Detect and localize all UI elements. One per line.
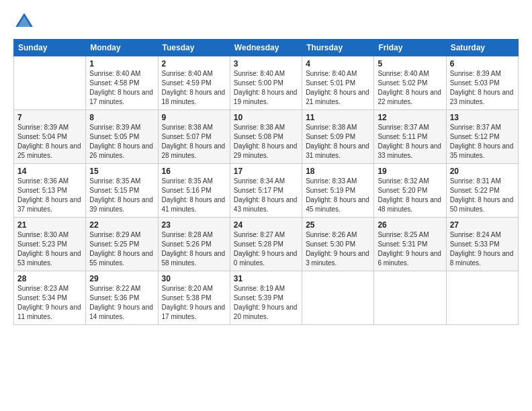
- calendar-cell: 20Sunrise: 8:31 AMSunset: 5:22 PMDayligh…: [446, 164, 518, 218]
- day-number: 19: [378, 167, 442, 176]
- calendar-cell: [14, 56, 86, 110]
- day-number: 16: [162, 167, 226, 176]
- calendar-cell: 23Sunrise: 8:28 AMSunset: 5:26 PMDayligh…: [158, 218, 230, 271]
- cell-info: Sunrise: 8:36 AMSunset: 5:13 PMDaylight:…: [17, 177, 82, 214]
- day-number: 7: [17, 113, 82, 122]
- calendar-cell: 24Sunrise: 8:27 AMSunset: 5:28 PMDayligh…: [230, 218, 302, 271]
- calendar-cell: 17Sunrise: 8:34 AMSunset: 5:17 PMDayligh…: [230, 164, 302, 218]
- calendar-cell: 2Sunrise: 8:40 AMSunset: 4:59 PMDaylight…: [158, 56, 230, 110]
- calendar-cell: [374, 271, 446, 325]
- weekday-header-friday: Friday: [374, 40, 446, 56]
- calendar-cell: 25Sunrise: 8:26 AMSunset: 5:30 PMDayligh…: [302, 218, 374, 271]
- day-number: 4: [306, 59, 370, 68]
- cell-info: Sunrise: 8:40 AMSunset: 5:00 PMDaylight:…: [234, 69, 298, 107]
- cell-info: Sunrise: 8:29 AMSunset: 5:25 PMDaylight:…: [89, 230, 154, 268]
- day-number: 2: [162, 59, 226, 68]
- weekday-header-sunday: Sunday: [14, 40, 86, 56]
- day-number: 20: [450, 167, 515, 176]
- cell-info: Sunrise: 8:33 AMSunset: 5:19 PMDaylight:…: [306, 177, 370, 214]
- cell-info: Sunrise: 8:40 AMSunset: 5:02 PMDaylight:…: [378, 69, 442, 107]
- day-number: 8: [89, 113, 154, 122]
- day-number: 14: [17, 167, 82, 176]
- day-number: 26: [378, 220, 442, 230]
- day-number: 1: [89, 59, 154, 68]
- calendar-cell: 9Sunrise: 8:38 AMSunset: 5:07 PMDaylight…: [158, 110, 230, 164]
- cell-info: Sunrise: 8:26 AMSunset: 5:30 PMDaylight:…: [306, 230, 370, 268]
- calendar-cell: 6Sunrise: 8:39 AMSunset: 5:03 PMDaylight…: [446, 56, 518, 110]
- cell-info: Sunrise: 8:35 AMSunset: 5:16 PMDaylight:…: [162, 177, 226, 214]
- cell-info: Sunrise: 8:35 AMSunset: 5:15 PMDaylight:…: [89, 177, 154, 214]
- calendar-cell: 10Sunrise: 8:38 AMSunset: 5:08 PMDayligh…: [230, 110, 302, 164]
- calendar-cell: 3Sunrise: 8:40 AMSunset: 5:00 PMDaylight…: [230, 56, 302, 110]
- calendar-cell: 18Sunrise: 8:33 AMSunset: 5:19 PMDayligh…: [302, 164, 374, 218]
- cell-info: Sunrise: 8:23 AMSunset: 5:34 PMDaylight:…: [17, 284, 82, 322]
- cell-info: Sunrise: 8:27 AMSunset: 5:28 PMDaylight:…: [234, 230, 298, 268]
- day-number: 24: [234, 220, 298, 230]
- calendar-cell: 31Sunrise: 8:19 AMSunset: 5:39 PMDayligh…: [230, 271, 302, 325]
- cell-info: Sunrise: 8:40 AMSunset: 4:58 PMDaylight:…: [89, 69, 154, 107]
- cell-info: Sunrise: 8:28 AMSunset: 5:26 PMDaylight:…: [162, 230, 226, 268]
- day-number: 31: [234, 274, 298, 283]
- day-number: 23: [162, 220, 226, 230]
- header: [13, 11, 519, 32]
- calendar-cell: 15Sunrise: 8:35 AMSunset: 5:15 PMDayligh…: [86, 164, 158, 218]
- cell-info: Sunrise: 8:38 AMSunset: 5:08 PMDaylight:…: [234, 123, 298, 161]
- calendar-cell: 12Sunrise: 8:37 AMSunset: 5:11 PMDayligh…: [374, 110, 446, 164]
- cell-info: Sunrise: 8:30 AMSunset: 5:23 PMDaylight:…: [17, 230, 82, 268]
- day-number: 18: [306, 167, 370, 176]
- cell-info: Sunrise: 8:32 AMSunset: 5:20 PMDaylight:…: [378, 177, 442, 214]
- week-row-0: 1Sunrise: 8:40 AMSunset: 4:58 PMDaylight…: [14, 56, 519, 110]
- day-number: 9: [162, 113, 226, 122]
- cell-info: Sunrise: 8:24 AMSunset: 5:33 PMDaylight:…: [450, 230, 515, 268]
- day-number: 3: [234, 59, 298, 68]
- day-number: 22: [89, 220, 154, 230]
- cell-info: Sunrise: 8:19 AMSunset: 5:39 PMDaylight:…: [234, 284, 298, 322]
- cell-info: Sunrise: 8:40 AMSunset: 5:01 PMDaylight:…: [306, 69, 370, 107]
- day-number: 5: [378, 59, 442, 68]
- cell-info: Sunrise: 8:31 AMSunset: 5:22 PMDaylight:…: [450, 177, 515, 214]
- calendar-cell: 11Sunrise: 8:38 AMSunset: 5:09 PMDayligh…: [302, 110, 374, 164]
- weekday-header-saturday: Saturday: [446, 40, 518, 56]
- day-number: 12: [378, 113, 442, 122]
- weekday-header-row: SundayMondayTuesdayWednesdayThursdayFrid…: [14, 40, 519, 56]
- weekday-header-monday: Monday: [86, 40, 158, 56]
- calendar-cell: 13Sunrise: 8:37 AMSunset: 5:12 PMDayligh…: [446, 110, 518, 164]
- day-number: 30: [162, 274, 226, 283]
- day-number: 13: [450, 113, 515, 122]
- weekday-header-wednesday: Wednesday: [230, 40, 302, 56]
- calendar-cell: [302, 271, 374, 325]
- day-number: 27: [450, 220, 515, 230]
- calendar-table: SundayMondayTuesdayWednesdayThursdayFrid…: [13, 39, 519, 325]
- week-row-1: 7Sunrise: 8:39 AMSunset: 5:04 PMDaylight…: [14, 110, 519, 164]
- day-number: 25: [306, 220, 370, 230]
- week-row-3: 21Sunrise: 8:30 AMSunset: 5:23 PMDayligh…: [14, 218, 519, 271]
- calendar-cell: 29Sunrise: 8:22 AMSunset: 5:36 PMDayligh…: [86, 271, 158, 325]
- calendar-cell: 4Sunrise: 8:40 AMSunset: 5:01 PMDaylight…: [302, 56, 374, 110]
- calendar-cell: 22Sunrise: 8:29 AMSunset: 5:25 PMDayligh…: [86, 218, 158, 271]
- cell-info: Sunrise: 8:34 AMSunset: 5:17 PMDaylight:…: [234, 177, 298, 214]
- cell-info: Sunrise: 8:39 AMSunset: 5:03 PMDaylight:…: [450, 69, 515, 107]
- calendar-cell: 19Sunrise: 8:32 AMSunset: 5:20 PMDayligh…: [374, 164, 446, 218]
- day-number: 17: [234, 167, 298, 176]
- calendar-cell: 27Sunrise: 8:24 AMSunset: 5:33 PMDayligh…: [446, 218, 518, 271]
- calendar-cell: 7Sunrise: 8:39 AMSunset: 5:04 PMDaylight…: [14, 110, 86, 164]
- calendar-cell: 8Sunrise: 8:39 AMSunset: 5:05 PMDaylight…: [86, 110, 158, 164]
- day-number: 11: [306, 113, 370, 122]
- cell-info: Sunrise: 8:38 AMSunset: 5:07 PMDaylight:…: [162, 123, 226, 161]
- weekday-header-thursday: Thursday: [302, 40, 374, 56]
- cell-info: Sunrise: 8:39 AMSunset: 5:04 PMDaylight:…: [17, 123, 82, 161]
- cell-info: Sunrise: 8:20 AMSunset: 5:38 PMDaylight:…: [162, 284, 226, 322]
- calendar-cell: 26Sunrise: 8:25 AMSunset: 5:31 PMDayligh…: [374, 218, 446, 271]
- cell-info: Sunrise: 8:25 AMSunset: 5:31 PMDaylight:…: [378, 230, 442, 268]
- day-number: 29: [89, 274, 154, 283]
- cell-info: Sunrise: 8:37 AMSunset: 5:11 PMDaylight:…: [378, 123, 442, 161]
- cell-info: Sunrise: 8:40 AMSunset: 4:59 PMDaylight:…: [162, 69, 226, 107]
- day-number: 10: [234, 113, 298, 122]
- calendar-cell: 16Sunrise: 8:35 AMSunset: 5:16 PMDayligh…: [158, 164, 230, 218]
- calendar-cell: 14Sunrise: 8:36 AMSunset: 5:13 PMDayligh…: [14, 164, 86, 218]
- calendar-cell: 5Sunrise: 8:40 AMSunset: 5:02 PMDaylight…: [374, 56, 446, 110]
- calendar-page: SundayMondayTuesdayWednesdayThursdayFrid…: [0, 0, 532, 411]
- week-row-4: 28Sunrise: 8:23 AMSunset: 5:34 PMDayligh…: [14, 271, 519, 325]
- day-number: 15: [89, 167, 154, 176]
- cell-info: Sunrise: 8:37 AMSunset: 5:12 PMDaylight:…: [450, 123, 515, 161]
